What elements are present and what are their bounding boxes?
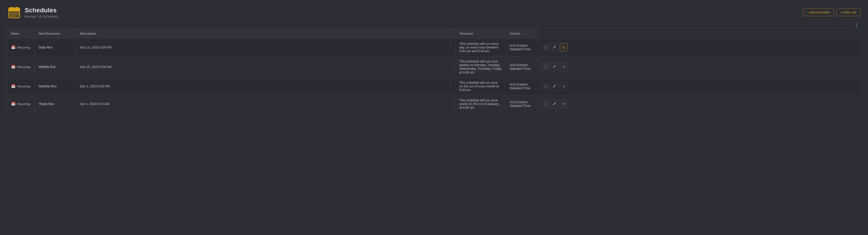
svg-rect-8 [11, 7, 12, 9]
page-title: Schedules [25, 6, 59, 14]
next-execution-cell: Jan 1, 2024 9:00 AM [76, 95, 456, 113]
description-cell: This schedule will run once weekly on Mo… [456, 56, 506, 78]
header-text: Schedules Manage Job Schedules. [25, 6, 59, 18]
svg-rect-9 [16, 7, 18, 9]
description-cell: This schedule will run once on the 1st o… [456, 78, 506, 95]
col-header-description: Description [76, 29, 456, 39]
row-type-label: Recurring [18, 46, 30, 49]
timezone-cell: AUS Eastern Standard Time [506, 78, 538, 95]
page-subtitle: Manage Job Schedules. [25, 15, 59, 18]
svg-rect-3 [9, 10, 20, 11]
schedules-table: Name Next Execution Description Timezone… [7, 29, 861, 112]
type-cell: 📅 Recurring [7, 56, 35, 78]
toggle-button[interactable] [541, 63, 549, 71]
edit-button[interactable] [551, 44, 558, 51]
header: Schedules Manage Job Schedules. + Add Sc… [7, 5, 861, 19]
calendar-icon [7, 5, 21, 19]
header-left: Schedules Manage Job Schedules. [7, 5, 59, 19]
next-execution-cell: Nov 14, 2023 4:00 PM [76, 39, 456, 56]
row-calendar-icon: 📅 [11, 102, 16, 106]
svg-rect-14 [13, 16, 15, 17]
delete-button[interactable] [560, 100, 568, 108]
row-calendar-icon: 📅 [11, 65, 16, 69]
svg-rect-10 [9, 14, 11, 15]
row-calendar-icon: 📅 [11, 84, 16, 88]
col-header-next-execution: Next Execution [35, 29, 76, 39]
edit-button[interactable] [551, 100, 558, 108]
timezone-cell: AUS Eastern Standard Time [506, 39, 538, 56]
type-cell: 📅 Recurring [7, 39, 35, 56]
header-buttons: + Add Schedule ≡ View Job ↓ [803, 8, 861, 16]
row-type-label: Recurring [18, 65, 30, 69]
description-cell: This schedule will run every day, on eve… [456, 39, 506, 56]
svg-rect-12 [17, 14, 19, 15]
table-body: 📅 Recurring Daily RunNov 14, 2023 4:00 P… [7, 39, 861, 113]
svg-rect-13 [9, 16, 11, 17]
page-container: Schedules Manage Job Schedules. + Add Sc… [0, 0, 868, 235]
description-cell: This schedule will run once yearly on th… [456, 95, 506, 113]
timezone-cell: AUS Eastern Standard Time [506, 95, 538, 113]
table-row: 📅 Recurring Daily RunNov 14, 2023 4:00 P… [7, 39, 861, 56]
delete-button[interactable] [560, 63, 568, 71]
table-row: 📅 Recurring Monthly RunDec 1, 2023 5:00 … [7, 78, 861, 95]
delete-button[interactable] [560, 82, 568, 90]
row-calendar-icon: 📅 [11, 45, 16, 49]
name-cell: Yearly Run [35, 95, 76, 113]
name-cell: Monthly Run [35, 78, 76, 95]
svg-rect-11 [13, 14, 15, 15]
col-header-name: Name [7, 29, 35, 39]
timezone-cell: AUS Eastern Standard Time [506, 56, 538, 78]
type-cell: 📅 Recurring [7, 78, 35, 95]
actions-cell [538, 39, 861, 56]
table-header: Name Next Execution Description Timezone… [7, 29, 861, 39]
schedules-table-wrapper: Name Next Execution Description Timezone… [7, 28, 861, 113]
row-type-label: Recurring [18, 85, 30, 88]
delete-button[interactable] [560, 44, 568, 51]
name-cell: Weekly Run [35, 56, 76, 78]
table-row: 📅 Recurring Yearly RunJan 1, 2024 9:00 A… [7, 95, 861, 113]
table-row: 📅 Recurring Weekly RunNov 15, 2023 9:00 … [7, 56, 861, 78]
col-header-timezone: Timezone [456, 29, 506, 39]
actions-cell [538, 78, 861, 95]
col-header-actions: Actions [506, 29, 538, 39]
add-schedule-button[interactable]: + Add Schedule [803, 8, 834, 16]
actions-cell [538, 56, 861, 78]
toggle-button[interactable] [541, 100, 549, 108]
next-execution-cell: Dec 1, 2023 5:00 PM [76, 78, 456, 95]
next-execution-cell: Nov 15, 2023 9:00 AM [76, 56, 456, 78]
row-type-label: Recurring [18, 102, 30, 106]
toggle-button[interactable] [541, 44, 549, 51]
edit-button[interactable] [551, 82, 558, 90]
toggle-button[interactable] [541, 82, 549, 90]
arrow-indicator: ↓ [855, 20, 859, 28]
type-cell: 📅 Recurring [7, 95, 35, 113]
name-cell: Daily Run [35, 39, 76, 56]
actions-cell [538, 95, 861, 113]
edit-button[interactable] [551, 63, 558, 71]
view-job-button[interactable]: ≡ View Job [836, 8, 861, 16]
